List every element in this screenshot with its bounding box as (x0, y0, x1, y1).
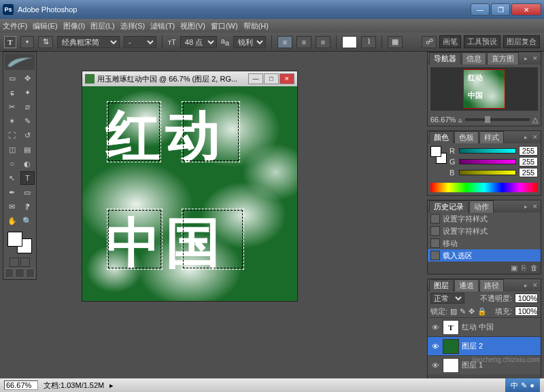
color-swatches[interactable] (5, 230, 35, 255)
path-select-tool[interactable]: ↖ (5, 171, 20, 185)
font-style-select[interactable]: - (124, 36, 156, 48)
menu-edit[interactable]: 编辑(E) (33, 21, 58, 31)
quickmask-mode-button[interactable] (20, 257, 30, 267)
gradient-tool[interactable]: ▤ (20, 143, 35, 156)
visibility-icon[interactable]: 👁 (430, 361, 440, 370)
lasso-tool[interactable]: ɕ (5, 86, 20, 99)
tab-history[interactable]: 历史记录 (429, 200, 469, 213)
opacity-input[interactable] (515, 293, 538, 303)
doc-close-button[interactable]: ✕ (279, 73, 294, 84)
color-panel-swatches[interactable] (430, 146, 447, 168)
hand-tool[interactable]: ✋ (5, 214, 20, 228)
blend-mode-select[interactable]: 正常 (430, 293, 464, 304)
move-tool[interactable]: ✥ (20, 71, 35, 85)
visibility-icon[interactable]: 👁 (430, 323, 440, 332)
history-brush-tool[interactable]: ↺ (20, 128, 35, 142)
font-family-select[interactable]: 经典粗宋简 (57, 36, 120, 48)
marquee-tool[interactable]: ▭ (5, 71, 20, 85)
menu-view[interactable]: 视图(V) (180, 21, 205, 31)
r-value[interactable]: 255 (519, 146, 538, 156)
menu-image[interactable]: 图像(I) (63, 21, 85, 31)
visibility-icon[interactable]: 👁 (430, 342, 440, 351)
character-panel-button[interactable]: ▦ (388, 36, 403, 48)
dock-tab-brushes[interactable]: 画笔 (439, 35, 461, 48)
tab-paths[interactable]: 路径 (479, 279, 504, 291)
b-slider[interactable] (459, 170, 516, 175)
panel-close-icon[interactable]: ✕ (531, 54, 539, 63)
brush-tool[interactable]: ✎ (20, 114, 35, 128)
screen-mode-1[interactable] (5, 268, 14, 278)
lock-transparency-icon[interactable]: ▨ (450, 307, 457, 316)
window-close-button[interactable]: ✕ (511, 3, 541, 16)
zoom-out-icon[interactable]: ▵ (458, 115, 462, 124)
tab-swatches[interactable]: 色板 (454, 131, 479, 143)
g-value[interactable]: 255 (519, 157, 538, 166)
stamp-tool[interactable]: ⛶ (5, 128, 20, 142)
font-size-select[interactable]: 48 点 (180, 36, 217, 48)
tab-styles[interactable]: 样式 (479, 131, 504, 143)
canvas[interactable]: 红动 中国 (82, 86, 297, 301)
color-spectrum[interactable] (430, 183, 538, 192)
window-minimize-button[interactable]: — (471, 3, 490, 16)
tray-ime-icon[interactable]: ✎ (521, 381, 527, 390)
navigator-thumbnail[interactable]: 红动 中国 (430, 67, 538, 111)
tab-histogram[interactable]: 直方图 (487, 52, 519, 65)
history-item[interactable]: 设置字符样式 (428, 225, 541, 237)
panel-menu-icon[interactable]: ▸ (522, 281, 530, 289)
foreground-color-swatch[interactable] (7, 232, 22, 247)
history-item[interactable]: 载入选区 (428, 249, 541, 262)
panel-menu-icon[interactable]: ▸ (522, 54, 530, 63)
tab-layers[interactable]: 图层 (429, 279, 454, 291)
standard-mode-button[interactable] (10, 257, 19, 267)
history-item[interactable]: 移动 (428, 237, 541, 249)
tab-color[interactable]: 颜色 (429, 131, 454, 143)
antialias-select[interactable]: 锐利 (233, 36, 266, 48)
healing-tool[interactable]: ✶ (5, 114, 20, 128)
g-slider[interactable] (459, 159, 516, 164)
layer-row[interactable]: 👁 图层 2 (428, 336, 541, 355)
shape-tool[interactable]: ▭ (20, 185, 35, 199)
panel-close-icon[interactable]: ✕ (531, 281, 539, 289)
brush-toggle-icon[interactable]: ☍ (422, 36, 437, 48)
new-snapshot-icon[interactable]: ▣ (511, 264, 517, 272)
tab-navigator[interactable]: 导航器 (429, 52, 461, 65)
text-color-swatch[interactable] (342, 36, 357, 48)
r-slider[interactable] (459, 148, 516, 154)
align-left-button[interactable]: ≡ (277, 36, 292, 48)
align-right-button[interactable]: ≡ (316, 36, 330, 48)
lock-paint-icon[interactable]: ✎ (460, 307, 466, 316)
status-zoom[interactable]: 66.67% (4, 380, 38, 390)
zoom-slider[interactable] (465, 118, 530, 121)
eraser-tool[interactable]: ◫ (5, 143, 20, 156)
panel-menu-icon[interactable]: ▸ (522, 133, 530, 141)
slice-tool[interactable]: ⧄ (20, 100, 35, 113)
menu-file[interactable]: 文件(F) (3, 21, 27, 31)
warp-text-button[interactable]: ⌇ (361, 36, 376, 48)
new-document-icon[interactable]: ⎘ (522, 264, 526, 272)
screen-mode-2[interactable] (15, 268, 24, 278)
dodge-tool[interactable]: ◐ (20, 157, 35, 171)
lock-all-icon[interactable]: 🔒 (477, 307, 487, 316)
history-item[interactable]: 设置字符样式 (428, 213, 541, 225)
layer-row[interactable]: 👁 T 红动 中国 (428, 317, 541, 336)
doc-minimize-button[interactable]: — (248, 73, 263, 84)
menu-filter[interactable]: 滤镜(T) (150, 21, 175, 31)
menu-layer[interactable]: 图层(L) (90, 21, 114, 31)
document-titlebar[interactable]: 用玉雕琢红动中国 @ 66.7% (图层 2, RG... — □ ✕ (82, 71, 297, 86)
dock-tab-layer-comps[interactable]: 图层复合 (503, 35, 540, 48)
crop-tool[interactable]: ✂ (5, 100, 20, 113)
blur-tool[interactable]: ○ (5, 157, 20, 171)
lock-position-icon[interactable]: ✥ (469, 307, 475, 316)
screen-mode-3[interactable] (26, 268, 35, 278)
panel-close-icon[interactable]: ✕ (531, 133, 539, 141)
eyedropper-tool[interactable]: ⁋ (20, 200, 35, 213)
pen-tool[interactable]: ✒ (5, 185, 20, 199)
zoom-in-icon[interactable]: △ (532, 115, 538, 124)
window-maximize-button[interactable]: ❐ (491, 3, 510, 16)
align-center-button[interactable]: ≡ (296, 36, 311, 48)
text-orientation-button[interactable]: ⇅ (38, 36, 53, 48)
menu-window[interactable]: 窗口(W) (211, 21, 238, 31)
panel-menu-icon[interactable]: ▸ (522, 202, 530, 211)
panel-close-icon[interactable]: ✕ (531, 202, 539, 211)
delete-icon[interactable]: 🗑 (530, 264, 538, 272)
